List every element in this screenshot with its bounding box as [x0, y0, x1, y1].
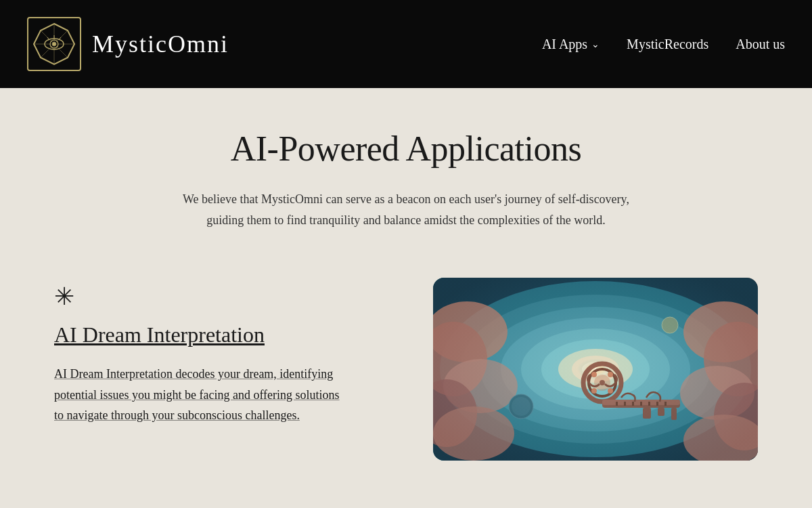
logo-text: MysticOmni	[92, 30, 229, 58]
main-nav: AI Apps ⌄ MysticRecords About us	[542, 37, 785, 52]
app-description-prefix: AI	[54, 367, 70, 381]
hero-description: We believe that MysticOmni can serve as …	[176, 189, 636, 230]
logo-icon	[27, 17, 81, 71]
hero-section: AI-Powered Applications We believe that …	[54, 129, 758, 230]
app-image-container	[433, 278, 758, 461]
page-title: AI-Powered Applications	[54, 129, 758, 169]
svg-rect-55	[433, 278, 758, 461]
app-description: AI Dream Interpretation decodes your dre…	[54, 364, 345, 426]
svg-point-7	[52, 42, 56, 46]
logo-area: MysticOmni	[27, 17, 229, 71]
site-header: MysticOmni AI Apps ⌄ MysticRecords About…	[0, 0, 812, 88]
asterisk-icon: ✳	[54, 284, 392, 309]
app-section: ✳ AI Dream Interpretation AI Dream Inter…	[54, 278, 758, 461]
dream-illustration	[433, 278, 758, 461]
chevron-down-icon: ⌄	[591, 39, 600, 50]
nav-item-ai-apps[interactable]: AI Apps ⌄	[542, 37, 600, 52]
app-title[interactable]: AI Dream Interpretation	[54, 322, 392, 347]
nav-item-about-us[interactable]: About us	[736, 37, 785, 52]
nav-item-mystic-records[interactable]: MysticRecords	[627, 37, 708, 52]
app-description-link[interactable]: Dream Interpretation decodes your dream,…	[54, 367, 340, 422]
app-content: ✳ AI Dream Interpretation AI Dream Inter…	[54, 278, 392, 426]
main-content: AI-Powered Applications We believe that …	[0, 88, 812, 508]
